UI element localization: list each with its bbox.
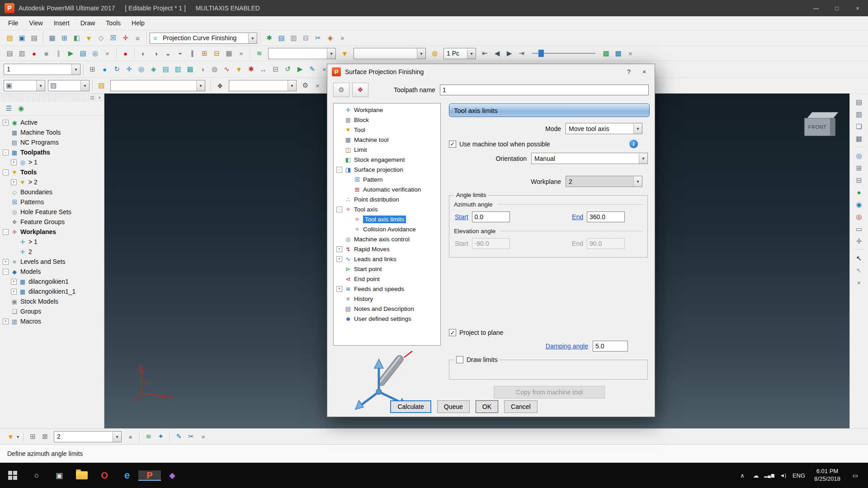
tree-expander-icon[interactable] [11,249,17,255]
tool-shade-icon[interactable]: ⊞ [27,431,38,442]
tree-item[interactable]: ◎ Hole Feature Sets [0,207,104,217]
dialog-tree-item[interactable]: ✛ Workplane [334,105,440,115]
dropdown-arrow[interactable] [71,64,80,75]
wireframe-icon[interactable]: ◍ [209,64,220,75]
cortana-icon[interactable]: ○ [25,471,48,480]
opera-icon[interactable]: O [93,470,116,481]
tool-database-icon[interactable]: ▥ [288,33,299,44]
tree-expander-icon[interactable]: - [3,229,9,235]
save-project-icon[interactable]: ▣ [16,33,28,44]
tree-expander-icon[interactable] [3,299,9,305]
hold-icon[interactable]: ∥ [187,48,198,59]
tree-item[interactable]: ❖ Feature Groups [0,217,104,227]
go-first-icon[interactable]: ⇤ [479,48,491,59]
pause-icon[interactable]: ∥ [53,48,64,59]
dialog-tree-item[interactable]: + ≋ Feeds and speeds [334,284,440,294]
cancel-button[interactable]: Cancel [504,400,538,413]
tree-expander-icon[interactable]: + [11,289,17,295]
tree-expander-icon[interactable] [345,177,351,183]
grid2-icon[interactable]: ⊟ [854,174,865,186]
tree-item-label[interactable]: 2 [28,248,32,255]
ok-button[interactable]: OK [476,400,498,413]
tree-item-label[interactable]: Tool axis [354,206,378,213]
close-explorer-icon[interactable]: × [97,95,102,100]
log-icon[interactable]: ▤ [77,48,89,59]
tree-item-label[interactable]: Feeds and speeds [354,286,404,292]
dropdown-arrow[interactable] [80,80,89,91]
view-orbit3-icon[interactable]: ◒ [162,48,174,59]
dialog-tree-item[interactable]: ∴ Point distribution [334,194,440,204]
volume-icon[interactable]: ◄) [776,473,790,478]
fit-grid-icon[interactable]: ⊟ [211,48,222,59]
menu-item[interactable]: File [3,19,24,27]
toolpath-trace-icon[interactable]: ∿ [221,64,232,75]
tree-expander-icon[interactable]: + [3,120,9,126]
azimuth-start-link[interactable]: Start [455,213,468,221]
tree-item-label[interactable]: Machine axis control [354,236,410,243]
file-explorer-icon[interactable] [71,463,93,488]
model-select-dropdown[interactable] [110,80,205,91]
step-back-icon[interactable]: ◀ [491,48,503,59]
tree-expander-icon[interactable]: + [11,160,17,165]
slider-handle[interactable] [538,50,544,57]
dialog-tree-item[interactable]: ◎ Machine axis control [334,234,440,244]
tree-item[interactable]: ☒ Patterns [0,197,104,207]
tree-item[interactable]: ▤ NC Programs [0,137,104,147]
go-last-icon[interactable]: ⇥ [516,48,527,59]
active-tool-dropdown[interactable]: 2 [54,431,122,442]
wave-icon[interactable]: ≋ [254,48,265,59]
calculate-button[interactable]: Calculate [390,400,431,413]
front-view-icon[interactable]: ▥ [172,64,184,75]
tree-expander-icon[interactable] [3,309,9,314]
tree-expander-icon[interactable]: - [3,169,9,175]
close-right-icon[interactable]: × [854,277,865,288]
pan-icon[interactable]: ✛ [123,64,135,75]
dialog-tree-item[interactable]: + ↯ Rapid Moves [334,244,440,254]
doc2-icon[interactable]: ▥ [16,48,28,59]
tree-item[interactable]: - ▩ Toolpaths [0,147,104,157]
tree-item-label[interactable]: Leads and links [354,256,396,263]
tool-outline-icon[interactable]: ⊠ [39,431,51,442]
weights-icon[interactable]: ◆ [214,80,226,91]
cloud-icon[interactable]: ☁ [749,472,763,479]
tree-item-label[interactable]: End point [354,276,380,282]
tree-item[interactable]: + ▥ Macros [0,316,104,326]
clip-icon[interactable]: ❏ [854,121,865,132]
strategy-dropdown-arrow[interactable] [248,33,257,43]
tree-item-label[interactable]: Collision Avoidance [363,226,416,233]
close-bottom-icon[interactable]: × [198,431,209,442]
tree-expander-icon[interactable] [336,316,342,322]
simulation-toolpath-dropdown[interactable] [268,48,336,59]
dialog-tree-item[interactable]: ▼ Tool [334,125,440,135]
dialog-tree-item[interactable]: + ∿ Leads and links [334,254,440,264]
minimize-button[interactable]: — [806,0,826,16]
powermill-taskbar-icon[interactable]: P [138,470,161,481]
tree-expander-icon[interactable] [3,130,9,136]
tree-item[interactable]: - ✛ Workplanes [0,227,104,237]
damping-angle-input[interactable] [593,341,628,352]
tree-expander-icon[interactable]: + [3,259,9,265]
tree-expander-icon[interactable] [3,209,9,215]
tree-item-label[interactable]: dilacngoikien1 [28,278,69,285]
workplane-dropdown[interactable]: 2 [566,176,642,187]
tool-menu-arrow-icon[interactable]: ▾ [17,434,19,439]
tree-item-label[interactable]: Limit [354,146,367,153]
feed-icon[interactable]: ≋ [143,431,154,442]
workplane-icon[interactable]: ✛ [120,33,131,44]
dialog-help-button[interactable]: ? [621,68,637,75]
tree-item-label[interactable]: > 1 [28,238,38,245]
tree-expander-icon[interactable] [336,296,342,302]
tree-item-label[interactable]: Block [354,117,369,123]
tree-expander-icon[interactable] [3,199,9,205]
dropdown-arrow[interactable] [639,153,647,164]
nc-item-spinner[interactable]: 1 Pc [443,48,476,59]
tree-item-label[interactable]: Boundaries [20,188,52,196]
tree-expander-icon[interactable]: + [11,179,17,185]
stop-icon[interactable]: ■ [41,48,52,59]
close-run-icon[interactable]: × [102,48,113,59]
tree-item-label[interactable]: Feature Groups [20,218,65,225]
action-center-icon[interactable]: ▭ [847,472,864,479]
options-icon[interactable]: ◈ [325,33,336,44]
tree-item-label[interactable]: dilacngoikien1_1 [28,288,75,295]
draw-options-icon[interactable]: ✎ [307,64,318,75]
